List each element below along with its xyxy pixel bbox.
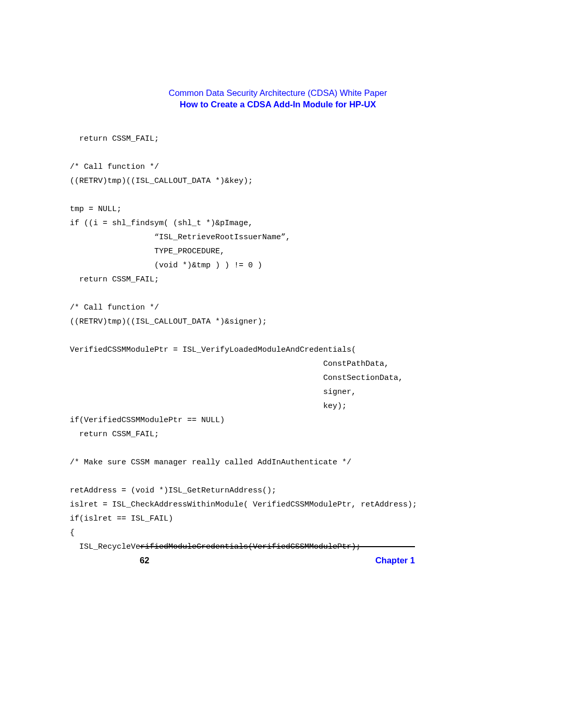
- code-listing: return CSSM_FAIL; /* Call function */ ((…: [70, 132, 466, 554]
- header-title: Common Data Security Architecture (CDSA)…: [140, 88, 416, 98]
- page-number: 62: [140, 556, 149, 565]
- header-subtitle: How to Create a CDSA Add-In Module for H…: [140, 100, 416, 109]
- page-header: Common Data Security Architecture (CDSA)…: [140, 88, 416, 109]
- chapter-label: Chapter 1: [375, 556, 415, 565]
- document-page: Common Data Security Architecture (CDSA)…: [0, 0, 563, 728]
- footer-rule: [140, 546, 415, 547]
- page-footer: 62 Chapter 1: [140, 556, 415, 565]
